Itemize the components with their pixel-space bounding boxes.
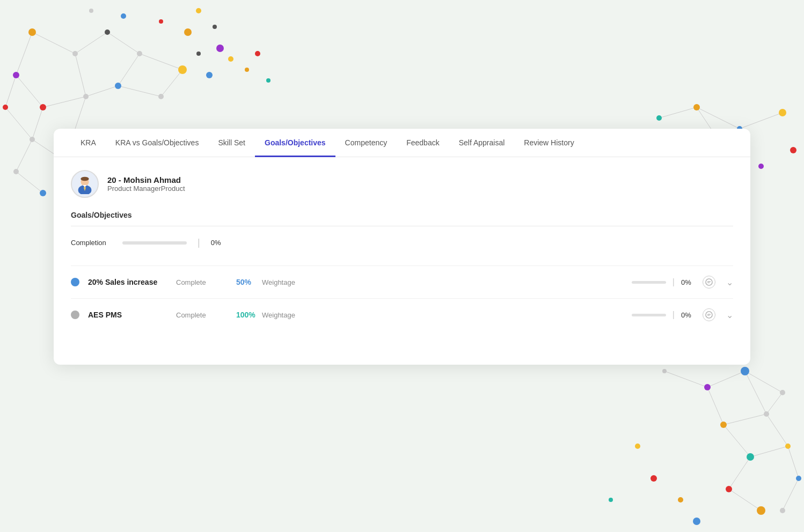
svg-point-90 — [693, 518, 700, 525]
goal-right-1: | 0% ⌄ — [632, 276, 733, 289]
tab-feedback[interactable]: Feedback — [397, 129, 449, 157]
svg-point-85 — [757, 506, 765, 515]
tab-self-appraisal[interactable]: Self Appraisal — [449, 129, 515, 157]
completion-progress-track — [122, 241, 187, 245]
weightage-label-2: Weightage — [262, 311, 295, 319]
svg-line-6 — [107, 32, 140, 54]
tab-review-history[interactable]: Review History — [514, 129, 583, 157]
svg-line-72 — [788, 446, 799, 478]
completion-label: Completion — [71, 239, 114, 247]
svg-point-89 — [678, 497, 683, 503]
svg-line-1 — [75, 32, 107, 54]
comment-icon-1[interactable] — [703, 276, 715, 289]
svg-line-8 — [86, 86, 118, 97]
svg-point-30 — [3, 105, 8, 110]
user-row: 20 - Mohsin Ahmad Product ManagerProduct — [71, 170, 733, 198]
svg-point-36 — [121, 13, 126, 19]
goal-right-2: | 0% ⌄ — [632, 308, 733, 321]
mini-progress-track-2 — [632, 314, 666, 316]
chevron-down-icon-1[interactable]: ⌄ — [726, 277, 733, 287]
svg-point-23 — [13, 72, 19, 78]
svg-point-42 — [206, 72, 213, 78]
svg-line-67 — [723, 414, 766, 425]
user-name: 20 - Mohsin Ahmad — [107, 175, 185, 184]
svg-line-74 — [783, 478, 799, 511]
goal-name-1: 20% Sales increase — [88, 278, 174, 286]
svg-line-65 — [745, 371, 766, 414]
goal-name-2: AES PMS — [88, 311, 174, 319]
goal-status-1: Complete — [176, 278, 206, 286]
main-card: KRA KRA vs Goals/Objectives Skill Set Go… — [54, 129, 750, 365]
svg-line-50 — [697, 107, 740, 129]
svg-point-77 — [741, 367, 749, 375]
user-role: Product ManagerProduct — [107, 184, 185, 193]
chevron-down-icon-2[interactable]: ⌄ — [726, 310, 733, 320]
goal-middle-2: 100% Weightage — [236, 311, 623, 319]
goal-name-area-2: AES PMS Complete — [88, 311, 228, 319]
svg-line-3 — [16, 32, 32, 75]
svg-line-68 — [723, 425, 750, 457]
user-info: 20 - Mohsin Ahmad Product ManagerProduct — [107, 175, 185, 193]
svg-point-29 — [178, 65, 187, 74]
svg-point-57 — [779, 109, 786, 116]
svg-point-75 — [662, 369, 667, 373]
tab-kra[interactable]: KRA — [71, 129, 106, 157]
svg-point-31 — [30, 137, 35, 142]
tabs-bar: KRA KRA vs Goals/Objectives Skill Set Go… — [54, 129, 750, 157]
svg-point-54 — [656, 115, 662, 121]
svg-line-73 — [729, 489, 761, 511]
goal-middle-1: 50% Weightage — [236, 278, 623, 286]
svg-line-18 — [16, 139, 32, 172]
svg-point-78 — [780, 390, 785, 395]
svg-line-61 — [664, 371, 707, 387]
svg-point-88 — [650, 475, 657, 482]
tab-skill-set[interactable]: Skill Set — [208, 129, 255, 157]
pipe-1: | — [673, 277, 675, 287]
svg-point-47 — [196, 51, 201, 56]
svg-point-35 — [40, 190, 46, 196]
svg-line-7 — [118, 54, 140, 86]
completion-row: Completion | 0% — [71, 233, 733, 253]
avatar — [71, 170, 99, 198]
svg-line-69 — [766, 414, 788, 446]
pipe-2: | — [673, 310, 675, 320]
goal-row-1: 20% Sales increase Complete 50% Weightag… — [71, 265, 733, 298]
svg-line-49 — [659, 107, 697, 118]
svg-point-80 — [764, 411, 769, 417]
svg-point-86 — [780, 508, 785, 513]
svg-line-15 — [161, 70, 182, 97]
tab-competency[interactable]: Competency — [335, 129, 397, 157]
svg-point-25 — [83, 94, 89, 99]
svg-point-55 — [693, 104, 700, 110]
comment-icon-2[interactable] — [703, 308, 715, 321]
svg-point-79 — [720, 422, 727, 428]
tab-goals-objectives[interactable]: Goals/Objectives — [255, 129, 335, 157]
goal-row-2: AES PMS Complete 100% Weightage | 0% — [71, 298, 733, 331]
svg-line-4 — [16, 75, 43, 107]
svg-point-28 — [158, 94, 164, 99]
svg-point-21 — [72, 51, 78, 56]
svg-line-11 — [32, 107, 43, 139]
divider-1 — [71, 226, 733, 226]
svg-point-39 — [159, 19, 163, 24]
svg-line-19 — [16, 172, 43, 193]
tab-kra-vs-goals[interactable]: KRA vs Goals/Objectives — [106, 129, 209, 157]
svg-point-37 — [89, 9, 93, 13]
goal-pct-1: 0% — [681, 278, 696, 286]
svg-point-95 — [81, 177, 89, 181]
svg-point-98 — [706, 312, 712, 318]
mini-progress-track-1 — [632, 281, 666, 284]
svg-point-91 — [609, 498, 613, 502]
svg-point-60 — [758, 164, 764, 169]
goal-dot-1 — [71, 278, 79, 286]
svg-line-64 — [707, 387, 723, 425]
svg-line-5 — [43, 97, 86, 107]
svg-line-71 — [729, 457, 750, 489]
svg-line-14 — [118, 86, 161, 97]
svg-line-0 — [32, 32, 75, 54]
svg-point-20 — [28, 28, 36, 36]
completion-separator: | — [198, 237, 200, 248]
svg-line-2 — [75, 54, 86, 97]
svg-point-34 — [13, 169, 19, 174]
section-title: Goals/Objectives — [71, 211, 733, 219]
